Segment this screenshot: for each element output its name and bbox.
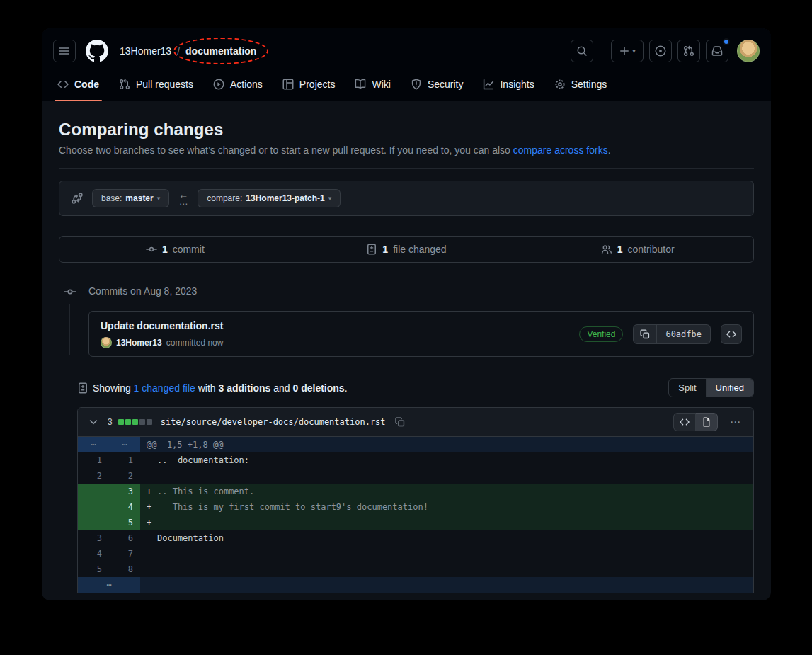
range-dots: … (179, 198, 188, 205)
breadcrumb-repo[interactable]: documentation (185, 45, 256, 57)
diff-sign (140, 530, 157, 546)
verified-badge[interactable]: Verified (579, 326, 623, 342)
github-logo[interactable] (86, 40, 108, 62)
expand-diff-row[interactable]: ⋯ (78, 577, 753, 593)
summary-period: . (345, 382, 348, 394)
summary-showing: Showing (93, 382, 134, 394)
subtitle-period: . (608, 144, 611, 156)
compare-branch-selector[interactable]: compare: 13Homer13-patch-1 ▾ (198, 189, 341, 207)
split-view-button[interactable]: Split (669, 379, 705, 397)
summary-with: with (195, 382, 219, 394)
file-header-actions: ⋯ (673, 413, 746, 431)
diffstat-block-addition (132, 419, 138, 425)
new-line-number[interactable]: 5 (109, 515, 140, 530)
file-options-button[interactable]: ⋯ (725, 414, 746, 431)
tab-security[interactable]: Security (404, 68, 471, 101)
tab-code[interactable]: Code (50, 68, 106, 101)
github-mark-icon (86, 40, 108, 62)
new-line-number[interactable]: 4 (109, 499, 140, 515)
contributors-stat[interactable]: 1 contributor (522, 237, 753, 262)
new-line-number[interactable]: 7 (109, 546, 140, 562)
tab-pull-requests[interactable]: Pull requests (112, 68, 200, 101)
inbox-button[interactable] (706, 40, 728, 62)
diff-sign (140, 562, 157, 577)
tab-projects[interactable]: Projects (275, 68, 343, 101)
unified-view-button[interactable]: Unified (706, 379, 753, 397)
git-commit-node-icon (64, 285, 76, 298)
diff-code-text (157, 468, 753, 484)
search-button[interactable] (571, 40, 593, 62)
copy-path-button[interactable] (391, 414, 408, 431)
notification-dot (723, 38, 730, 45)
tab-insights[interactable]: Insights (476, 68, 541, 101)
changed-file-link[interactable]: 1 changed file (134, 382, 195, 394)
breadcrumb-owner[interactable]: 13Homer13 (120, 45, 171, 57)
divider (59, 168, 754, 169)
header-actions: ▾ (571, 40, 760, 62)
hamburger-icon (59, 45, 70, 57)
new-line-number[interactable]: 1 (109, 452, 140, 468)
copy-sha-button[interactable] (633, 324, 657, 344)
compare-across-forks-link[interactable]: compare across forks (513, 144, 608, 156)
caret-down-icon: ▾ (632, 48, 636, 55)
old-line-number[interactable]: 3 (78, 530, 109, 546)
table-icon (282, 79, 294, 90)
diff-summary-bar: Showing 1 changed file with 3 additions … (77, 378, 754, 397)
new-line-number[interactable]: 3 (109, 484, 140, 499)
tab-settings[interactable]: Settings (547, 68, 614, 101)
changes-count: 3 (108, 417, 113, 427)
commit-author[interactable]: 13Homer13 (116, 338, 162, 348)
commit-meta-text: committed now (166, 338, 224, 348)
book-icon (355, 79, 366, 90)
branch-range-bar: base: master ▾ ← … compare: 13Homer13-pa… (59, 181, 754, 216)
file-diff-icon (366, 244, 377, 255)
files-changed-stat[interactable]: 1 file changed (291, 237, 522, 262)
old-line-number[interactable]: 5 (78, 562, 109, 577)
old-line-number[interactable]: 1 (78, 452, 109, 468)
stat-number: 1 (617, 244, 623, 255)
issues-button[interactable] (649, 40, 672, 62)
create-new-button[interactable]: ▾ (611, 40, 644, 62)
expand-filler (140, 577, 753, 593)
hunk-gutter-dots[interactable]: ⋯ (78, 437, 109, 452)
diff-sign: + (140, 499, 157, 515)
diff-code-text: .. _documentation: (157, 452, 753, 468)
display-source-button[interactable] (673, 413, 696, 431)
hamburger-button[interactable] (53, 40, 76, 62)
diffstat-block-neutral (147, 419, 152, 425)
tab-actions[interactable]: Actions (206, 68, 270, 101)
old-line-number[interactable] (78, 515, 109, 530)
stat-label: contributor (628, 244, 675, 255)
commit-sha-link[interactable]: 60adfbe (657, 324, 711, 344)
old-line-number[interactable] (78, 499, 109, 515)
new-line-number[interactable]: 8 (109, 562, 140, 577)
pull-requests-button[interactable] (677, 40, 700, 62)
expand-dots[interactable]: ⋯ (78, 577, 140, 593)
tab-label: Projects (299, 79, 336, 90)
display-rich-diff-button[interactable] (696, 413, 718, 431)
git-commit-icon (146, 244, 157, 255)
hunk-gutter-dots[interactable]: ⋯ (109, 437, 140, 452)
file-icon (702, 417, 711, 427)
base-branch-selector[interactable]: base: master ▾ (92, 189, 169, 207)
new-line-number[interactable]: 6 (109, 530, 140, 546)
hunk-header-row: ⋯ ⋯ @@ -1,5 +1,8 @@ (78, 437, 753, 452)
old-line-number[interactable] (78, 484, 109, 499)
new-line-number[interactable]: 2 (109, 468, 140, 484)
page-subtitle: Choose two branches to see what’s change… (59, 144, 754, 156)
summary-and: and (270, 382, 292, 394)
tab-label: Pull requests (136, 79, 193, 90)
tab-wiki[interactable]: Wiki (348, 68, 397, 101)
browse-code-button[interactable] (721, 324, 742, 344)
commit-title-link[interactable]: Update documentation.rst (101, 320, 223, 331)
old-line-number[interactable]: 4 (78, 546, 109, 562)
compare-label: compare: (207, 193, 242, 203)
issue-opened-icon (655, 45, 666, 57)
commits-stat[interactable]: 1 commit (59, 237, 291, 262)
file-diff-icon (77, 382, 88, 394)
collapse-file-button[interactable] (85, 414, 102, 431)
git-pull-request-icon (119, 79, 130, 90)
old-line-number[interactable]: 2 (78, 468, 109, 484)
user-avatar[interactable] (737, 40, 760, 62)
commit-author-avatar[interactable] (101, 337, 112, 348)
